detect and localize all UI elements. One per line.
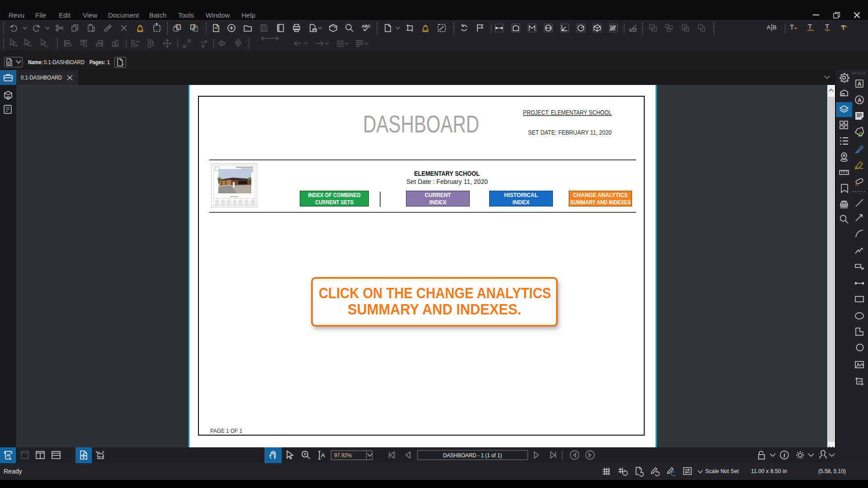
svg-text:DASHBOARD: DASHBOARD [363, 111, 479, 137]
svg-text:i: i [783, 452, 785, 459]
svg-text:ELEMENTARY SCHOOL: ELEMENTARY SCHOOL [414, 169, 480, 177]
svg-text:INDEX: INDEX [429, 199, 447, 206]
svg-text:0.1-DASHBOARD: 0.1-DASHBOARD [44, 59, 85, 66]
svg-text:PROJECT: ELEMENTARY SCHOOL: PROJECT: ELEMENTARY SCHOOL [523, 108, 612, 116]
svg-text:A: A [858, 81, 862, 87]
svg-text:ABC: ABC [362, 24, 371, 28]
svg-text:Name:: Name: [28, 59, 43, 66]
svg-text:SET DATE: FEBRUARY 11, 2020: SET DATE: FEBRUARY 11, 2020 [528, 129, 612, 136]
svg-text:T: T [808, 23, 812, 30]
svg-text:Set Date : February 11, 2020: Set Date : February 11, 2020 [406, 178, 488, 185]
svg-text:CURRENT SETS: CURRENT SETS [315, 199, 354, 206]
svg-text:JS: JS [6, 453, 10, 457]
svg-text:CLICK ON THE CHANGE ANALYTICS: CLICK ON THE CHANGE ANALYTICS [319, 284, 551, 301]
svg-text:PAGE 1 OF 1: PAGE 1 OF 1 [210, 428, 242, 434]
svg-text:CURRENT: CURRENT [425, 192, 452, 198]
svg-text:SUMMARY AND INDEXES.: SUMMARY AND INDEXES. [348, 300, 521, 318]
svg-text:T: T [841, 23, 845, 31]
svg-text:T: T [790, 23, 794, 31]
svg-text:3D: 3D [6, 96, 10, 99]
svg-text:1: 1 [107, 59, 110, 66]
svg-text:INDEX: INDEX [513, 199, 530, 206]
svg-text:A: A [767, 24, 771, 31]
svg-text:Scale Not Set: Scale Not Set [705, 468, 739, 474]
svg-text:A: A [858, 97, 862, 103]
svg-text:A: A [321, 452, 325, 459]
svg-text:B: B [773, 24, 777, 31]
svg-text:HISTORICAL: HISTORICAL [504, 192, 538, 198]
svg-text:SUMMARY AND INDEXES: SUMMARY AND INDEXES [570, 199, 631, 206]
svg-text:(5.58, 5.10): (5.58, 5.10) [818, 468, 846, 474]
svg-text:97.92%: 97.92% [334, 452, 352, 459]
svg-text:DASHBOARD - 1 (1 of 1): DASHBOARD - 1 (1 of 1) [443, 452, 502, 459]
svg-text:11.00 x 8.50 in: 11.00 x 8.50 in [751, 468, 787, 474]
svg-text:Pages:: Pages: [90, 59, 105, 66]
svg-text:T: T [825, 23, 829, 30]
svg-text:CHANGE ANALYTICS: CHANGE ANALYTICS [573, 192, 628, 198]
svg-text:INDEX OF COMBINED: INDEX OF COMBINED [308, 192, 361, 198]
svg-text:0.1-DASHBOARD: 0.1-DASHBOARD [21, 75, 62, 81]
